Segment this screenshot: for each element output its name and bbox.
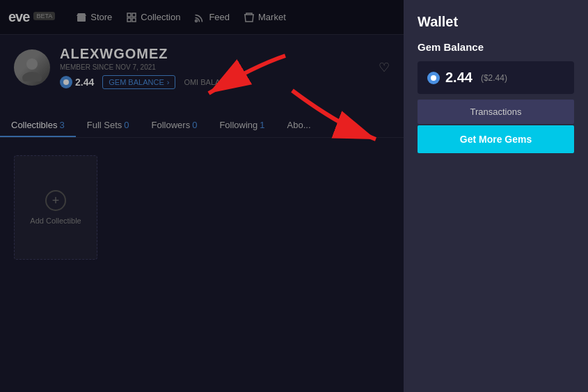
tab-about[interactable]: Abo... [276,113,322,137]
wallet-gem-dot [427,72,440,84]
balance-row: 2.44 GEM BALANCE › OMI BALANCE [60,75,369,89]
transactions-button[interactable]: Transactions [418,100,574,124]
tab-followers[interactable]: Followers0 [141,113,209,137]
logo-area: eve BETA [8,9,55,25]
svg-rect-0 [77,16,86,22]
logo-text: eve [8,9,29,25]
add-collectible-label: Add Collectible [30,217,81,225]
nav-collection[interactable]: Collection [126,12,180,23]
heart-icon[interactable]: ♡ [379,60,390,75]
feed-icon [194,12,205,23]
wallet-title: Wallet [418,14,574,30]
wallet-balance-usd: ($2.44) [481,73,507,83]
svg-rect-3 [127,18,131,22]
tab-full-sets[interactable]: Full Sets0 [76,113,141,137]
main-area: eve BETA Store Collection Feed Market [0,0,404,392]
svg-rect-2 [132,13,136,17]
omi-balance-text: OMI BALANCE [184,78,236,86]
wallet-balance-amount: 2.44 [445,70,472,86]
tabs-row: Collectibles3 Full Sets0 Followers0 Foll… [0,113,404,138]
svg-point-6 [26,58,38,70]
gem-amount-display: 2.44 [60,76,94,88]
svg-point-7 [22,72,42,81]
nav-items: Store Collection Feed Market [76,12,286,23]
svg-point-5 [196,19,198,22]
collection-icon [126,12,137,23]
gem-balance-button[interactable]: GEM BALANCE › [102,75,175,89]
nav-store[interactable]: Store [76,12,112,23]
profile-info: ALEXWGOMEZ MEMBER SINCE NOV 7, 2021 2.44… [60,46,369,89]
profile-row: ALEXWGOMEZ MEMBER SINCE NOV 7, 2021 2.44… [14,46,390,89]
balance-display: 2.44 ($2.44) [418,61,574,94]
member-since-text: MEMBER SINCE NOV 7, 2021 [60,63,369,71]
market-icon [244,12,255,23]
add-collectible-box[interactable]: + Add Collectible [14,155,97,260]
nav-market[interactable]: Market [244,12,286,23]
store-icon [76,12,87,23]
get-more-gems-button[interactable]: Get More Gems [418,125,574,153]
avatar [14,49,50,86]
gem-dot-icon [60,76,72,88]
add-plus-icon: + [45,190,66,211]
svg-rect-1 [127,13,131,17]
tab-following[interactable]: Following1 [208,113,276,137]
content-area: + Add Collectible [0,141,404,392]
profile-section: ALEXWGOMEZ MEMBER SINCE NOV 7, 2021 2.44… [0,35,404,109]
top-nav: eve BETA Store Collection Feed Market [0,0,404,35]
tab-collectibles[interactable]: Collectibles3 [0,113,76,137]
beta-badge: BETA [33,12,55,20]
username-text: ALEXWGOMEZ [60,46,369,62]
wallet-panel: Wallet Gem Balance 2.44 ($2.44) Transact… [404,0,588,392]
svg-rect-4 [132,18,136,22]
wallet-gem-balance-label: Gem Balance [418,41,574,53]
nav-feed[interactable]: Feed [194,12,230,23]
